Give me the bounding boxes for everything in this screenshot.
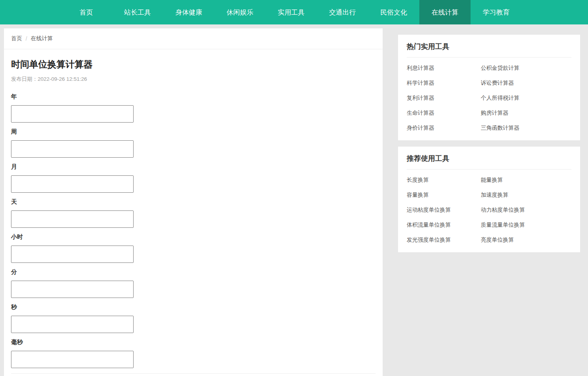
publish-date-value: 2022-09-26 12:51:26: [38, 76, 87, 82]
nav-item-4[interactable]: 休闲娱乐: [214, 0, 266, 24]
field-input-8[interactable]: [11, 351, 134, 368]
breadcrumb-separator: /: [26, 35, 27, 42]
tool-link-1-10[interactable]: 三角函数计算器: [481, 121, 571, 136]
sidebar-panel-divider: [407, 57, 571, 58]
sidebar-panel-2: 推荐使用工具 长度换算能量换算容量换算加速度换算运动粘度单位换算动力粘度单位换算…: [398, 147, 580, 252]
field-label-3: 月: [11, 163, 376, 170]
field-label-1: 年: [11, 93, 376, 100]
nav-item-1[interactable]: 首页: [61, 0, 112, 24]
form-field: 月: [11, 163, 376, 193]
tool-link-1-9[interactable]: 身价计算器: [407, 121, 481, 136]
tool-link-1-7[interactable]: 生命计算器: [407, 106, 481, 121]
tool-link-1-5[interactable]: 复利计算器: [407, 91, 481, 106]
tool-link-2-8[interactable]: 质量流量单位换算: [481, 218, 571, 233]
nav-item-6[interactable]: 交通出行: [317, 0, 368, 24]
tool-link-2-2[interactable]: 能量换算: [481, 173, 571, 188]
field-label-5: 小时: [11, 233, 376, 240]
tool-link-2-1[interactable]: 长度换算: [407, 173, 481, 188]
nav-item-5[interactable]: 实用工具: [266, 0, 317, 24]
field-input-2[interactable]: [11, 140, 134, 158]
field-input-6[interactable]: [11, 281, 134, 298]
main-content-panel: 首页 / 在线计算 时间单位换算计算器 发布日期：2022-09-26 12:5…: [4, 28, 383, 376]
tool-link-2-5[interactable]: 运动粘度单位换算: [407, 203, 481, 218]
breadcrumb-home-link[interactable]: 首页: [11, 35, 22, 42]
sidebar-panel-title: 推荐使用工具: [407, 154, 571, 163]
form-field: 毫秒: [11, 338, 376, 368]
tool-link-2-6[interactable]: 动力粘度单位换算: [481, 203, 571, 218]
time-conversion-form: 年 周 月 天 小时 分 秒: [11, 93, 376, 368]
tool-link-1-3[interactable]: 科学计算器: [407, 76, 481, 91]
page-title: 时间单位换算计算器: [11, 59, 376, 70]
breadcrumb-current: 在线计算: [31, 35, 53, 42]
sidebar-panel-1: 热门实用工具 利息计算器公积金贷款计算科学计算器诉讼费计算器复利计算器个人所得税…: [398, 35, 580, 140]
field-label-7: 秒: [11, 303, 376, 311]
field-label-8: 毫秒: [11, 338, 376, 346]
tool-link-1-1[interactable]: 利息计算器: [407, 61, 481, 76]
tool-link-2-7[interactable]: 体积流量单位换算: [407, 218, 481, 233]
sidebar-panel-links: 长度换算能量换算容量换算加速度换算运动粘度单位换算动力粘度单位换算体积流量单位换…: [407, 173, 571, 248]
nav-item-2[interactable]: 站长工具: [112, 0, 163, 24]
sidebar-panel-divider: [407, 169, 571, 169]
field-label-6: 分: [11, 268, 376, 275]
content-bottom-divider: [11, 373, 376, 374]
tool-link-2-3[interactable]: 容量换算: [407, 188, 481, 203]
tool-link-2-9[interactable]: 发光强度单位换算: [407, 233, 481, 248]
form-field: 秒: [11, 303, 376, 333]
publish-date-label: 发布日期：: [11, 76, 38, 82]
field-input-1[interactable]: [11, 105, 134, 123]
breadcrumb: 首页 / 在线计算: [4, 28, 383, 49]
tool-link-1-6[interactable]: 个人所得税计算: [481, 91, 571, 106]
nav-item-7[interactable]: 民俗文化: [368, 0, 419, 24]
tool-link-2-4[interactable]: 加速度换算: [481, 188, 571, 203]
form-field: 分: [11, 268, 376, 298]
sidebar-panel-links: 利息计算器公积金贷款计算科学计算器诉讼费计算器复利计算器个人所得税计算生命计算器…: [407, 61, 571, 136]
form-field: 天: [11, 198, 376, 228]
field-input-5[interactable]: [11, 246, 134, 263]
sidebar-panel-title: 热门实用工具: [407, 43, 571, 51]
tool-link-2-10[interactable]: 亮度单位换算: [481, 233, 571, 248]
field-input-3[interactable]: [11, 175, 134, 193]
nav-item-9[interactable]: 学习教育: [471, 0, 522, 24]
field-label-2: 周: [11, 128, 376, 135]
nav-item-3[interactable]: 身体健康: [163, 0, 214, 24]
publish-date: 发布日期：2022-09-26 12:51:26: [11, 76, 376, 83]
article: 时间单位换算计算器 发布日期：2022-09-26 12:51:26 年 周 月…: [4, 59, 383, 374]
tool-link-1-2[interactable]: 公积金贷款计算: [481, 61, 571, 76]
tool-link-1-4[interactable]: 诉讼费计算器: [481, 76, 571, 91]
field-label-4: 天: [11, 198, 376, 205]
main-nav: 首页站长工具身体健康休闲娱乐实用工具交通出行民俗文化在线计算学习教育: [0, 0, 588, 24]
sidebar: 热门实用工具 利息计算器公积金贷款计算科学计算器诉讼费计算器复利计算器个人所得税…: [398, 35, 580, 259]
form-field: 年: [11, 93, 376, 123]
tool-link-1-8[interactable]: 购房计算器: [481, 106, 571, 121]
nav-item-8[interactable]: 在线计算: [419, 0, 471, 24]
form-field: 小时: [11, 233, 376, 263]
field-input-7[interactable]: [11, 316, 134, 333]
form-field: 周: [11, 128, 376, 158]
field-input-4[interactable]: [11, 210, 134, 228]
